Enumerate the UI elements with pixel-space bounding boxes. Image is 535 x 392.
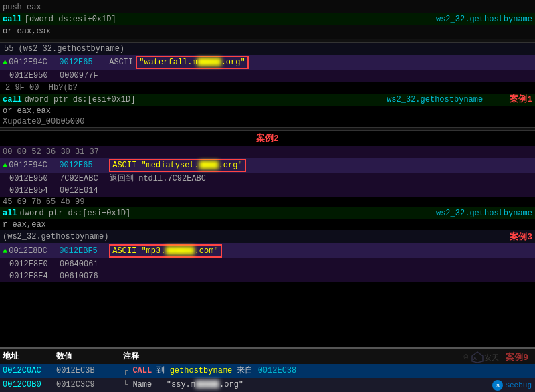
case3-addr1: 0012E8DC (9, 246, 59, 256)
case2-ascii-value: ASCII "mediatyset.████.org" (109, 159, 245, 172)
case2-row1[interactable]: ▲ 0012E94C 0012E65 ASCII "mediatyset.███… (0, 158, 535, 173)
bottom-row-2[interactable]: 0012C0B0 0012C3C9 └ Name = "ssy.m█████.o… (0, 378, 535, 392)
case1-val1: 0012E65 (59, 57, 109, 68)
up-arrow-1: ▲ (3, 57, 7, 68)
case9-label: 案例9 (506, 351, 528, 363)
case2-val3: 0012E014 (60, 185, 110, 196)
svg-text:A: A (473, 356, 477, 361)
case2-call-arg: dword ptr ds:[esi+0x1D] (20, 208, 131, 219)
case2-val2: 7C92EABC (60, 173, 110, 184)
case2-or-text: r eax,eax (3, 220, 46, 229)
up-arrow-2: ▲ (3, 160, 7, 171)
case1-or-text: or eax,eax (3, 106, 51, 116)
or-eax-line-1: or eax,eax (0, 25, 535, 37)
top-code-section: push eax call [dword ds:esi+0x1D] ws2_32… (0, 0, 535, 39)
case3-val3: 00610076 (60, 271, 98, 282)
case2-call-row[interactable]: all dword ptr ds:[esi+0x1D] ws2_32.getho… (0, 207, 535, 219)
case1-call-row[interactable]: call dword ptr ds:[esi+0x1D] ws2_32.geth… (0, 94, 535, 106)
case2-row3: 0012E954 0012E014 (0, 185, 535, 197)
case1-addr2: 0012E950 (9, 70, 60, 81)
call-keyword-1: call (3, 14, 22, 25)
antiy-logo-icon: A (471, 351, 484, 364)
header-comment: 注释 (123, 351, 139, 362)
seebug-icon: S (492, 380, 503, 391)
br2-name-text: Name = "ssy.m (132, 380, 195, 389)
br1-addr: 0012C0AC (3, 365, 56, 377)
case3-ascii-value: ASCII "mp3.██████.com" (109, 244, 221, 258)
case1-ascii-label: ASCII (109, 57, 133, 68)
br1-func-name: gethostbyname (170, 366, 233, 375)
case2-val1: 0012E65 (59, 160, 109, 171)
main-screen: push eax call [dword ds:esi+0x1D] ws2_32… (0, 0, 535, 392)
case2-addr3: 0012E954 (9, 185, 60, 196)
case2-addr2: 0012E950 (9, 173, 60, 184)
br1-from-addr: 0012EC38 (258, 366, 297, 375)
header-addr: 地址 (3, 351, 56, 362)
case1-panel-title: 55 (ws2_32.gethostbyname) (4, 44, 124, 54)
case1-call-keyword: call (3, 94, 22, 105)
br1-call-bracket: ┌ (123, 366, 128, 375)
case1-panel: 55 (ws2_32.gethostbyname) ▲ 0012E94C 001… (0, 43, 535, 127)
case2-title-row: (ws2_32.gethostbyname) 案例3 (0, 230, 535, 243)
case3-row3: 0012E8E4 00610076 (0, 270, 535, 282)
push-eax-line: push eax (0, 1, 535, 13)
case1-label: 案例1 (510, 94, 532, 105)
br1-call-keyword: CALL (132, 366, 152, 375)
watermark-antiy: © A 安天 案例9 (464, 351, 528, 364)
seebug-watermark: S Seebug (492, 380, 532, 391)
case2-comment2: 返回到 ntdll.7C92EABC (110, 173, 206, 184)
case1-sub1: 2 9F 00 Hb?(b? (0, 82, 535, 94)
case2-panel: 案例2 00 00 52 36 30 31 37 ▲ 0012E94C 0012… (0, 131, 535, 243)
bottom-table-header: 地址 数值 注释 (0, 347, 535, 364)
br2-name-suffix: .org" (219, 380, 243, 389)
bottom-table-section: © A 安天 案例9 地址 数值 注释 0012C0AC 0012EC3B ┌ … (0, 347, 535, 392)
case1-val2: 0000977F (60, 70, 110, 81)
case3-label: 案例3 (510, 231, 532, 243)
case3-addr2: 0012E8E0 (9, 259, 60, 270)
case3-addr3: 0012E8E4 (9, 271, 60, 282)
br2-name-blurred: █████ (195, 380, 219, 389)
bottom-row-1[interactable]: 0012C0AC 0012EC3B ┌ CALL 到 gethostbyname… (0, 364, 535, 378)
call-line-1[interactable]: call [dword ds:esi+0x1D] ws2_32.gethostb… (0, 13, 535, 25)
case1-hex-bytes: 2 9F 00 Hb?(b? (5, 82, 78, 93)
br2-comment: └ Name = "ssy.m█████.org" (123, 379, 243, 391)
case2-sub-title: (ws2_32.gethostbyname) (3, 232, 108, 241)
case1-call-arg: dword ptr ds:[esi+0x1D] (25, 94, 136, 105)
case2-hex-bytes2: 45 69 7b 65 4b 99 (3, 197, 84, 207)
case2-row2: 0012E950 7C92EABC 返回到 ntdll.7C92EABC (0, 173, 535, 185)
case3-panel: ▲ 0012E8DC 0012EBF5 ASCII "mp3.██████.co… (0, 243, 535, 282)
case2-or-row: r eax,eax (0, 219, 535, 230)
br2-name-bracket: └ (123, 380, 128, 389)
case2-label: 案例2 (256, 132, 279, 144)
case2-hex-row: 00 00 52 36 30 31 37 (0, 146, 535, 158)
case2-addr1: 0012E94C (9, 160, 59, 171)
br1-val: 0012EC3B (56, 365, 123, 377)
case2-call-keyword: all (3, 208, 17, 219)
call-comment-1: ws2_32.gethostbyname (436, 14, 532, 25)
case1-ascii-value: "waterfall.m█████.org" (136, 56, 248, 69)
case1-header: 55 (ws2_32.gethostbyname) (0, 43, 535, 55)
case3-row2: 0012E8E0 00640061 (0, 258, 535, 270)
case1-row1[interactable]: ▲ 0012E94C 0012E65 ASCII "waterfall.m███… (0, 55, 535, 70)
push-keyword: push eax (3, 2, 41, 13)
case2-call-comment: ws2_32.gethostbyname (436, 208, 532, 219)
antiy-text: 安天 (484, 353, 499, 363)
case1-addr1: 0012E94C (9, 57, 59, 68)
case1-row2: 0012E950 0000977F (0, 70, 535, 82)
copyright-symbol: © (464, 353, 469, 361)
case2-label-row: 案例2 (0, 131, 535, 146)
br2-addr: 0012C0B0 (3, 379, 56, 391)
seebug-icon-letter: S (496, 383, 500, 389)
case2-hex-row2: 45 69 7b 65 4b 99 (0, 197, 535, 207)
seebug-text: Seebug (505, 381, 532, 389)
br1-comment: ┌ CALL 到 gethostbyname 来自 0012EC38 (123, 365, 296, 377)
header-val: 数值 (56, 351, 123, 362)
case2-hex-bytes: 00 00 52 36 30 31 37 (3, 146, 99, 157)
case1-xupdate-row: Xupdate0_00b05000 (0, 116, 535, 127)
case1-xupdate-text: Xupdate0_00b05000 (3, 117, 84, 126)
or-keyword-1: or eax,eax (3, 26, 51, 37)
up-arrow-3: ▲ (3, 246, 7, 256)
case3-row1[interactable]: ▲ 0012E8DC 0012EBF5 ASCII "mp3.██████.co… (0, 243, 535, 258)
br2-val: 0012C3C9 (56, 379, 123, 391)
case3-val1: 0012EBF5 (59, 246, 109, 256)
